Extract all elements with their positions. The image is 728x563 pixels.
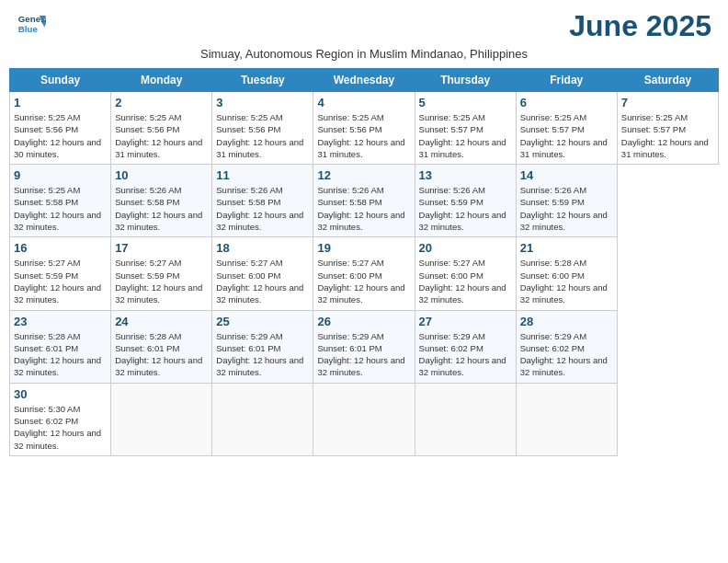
- calendar-cell: 28Sunrise: 5:29 AMSunset: 6:02 PMDayligh…: [516, 310, 617, 383]
- calendar-cell: 11Sunrise: 5:26 AMSunset: 5:58 PMDayligh…: [212, 165, 313, 237]
- svg-text:Blue: Blue: [18, 24, 39, 34]
- calendar-cell: 30Sunrise: 5:30 AMSunset: 6:02 PMDayligh…: [10, 383, 111, 455]
- calendar-cell: 24Sunrise: 5:28 AMSunset: 6:01 PMDayligh…: [111, 310, 212, 383]
- day-info: Sunrise: 5:26 AMSunset: 5:59 PMDaylight:…: [419, 184, 512, 233]
- calendar-cell: 25Sunrise: 5:29 AMSunset: 6:01 PMDayligh…: [212, 310, 313, 383]
- day-number: 27: [419, 315, 512, 328]
- calendar-cell: 10Sunrise: 5:26 AMSunset: 5:58 PMDayligh…: [111, 165, 212, 237]
- subtitle: Simuay, Autonomous Region in Muslim Mind…: [9, 47, 719, 61]
- day-info: Sunrise: 5:27 AMSunset: 6:00 PMDaylight:…: [419, 257, 512, 305]
- calendar-cell: 3Sunrise: 5:25 AMSunset: 5:56 PMDaylight…: [212, 92, 313, 165]
- day-info: Sunrise: 5:29 AMSunset: 6:01 PMDaylight:…: [317, 330, 410, 379]
- calendar-cell: [516, 383, 617, 455]
- calendar-cell: [313, 383, 415, 455]
- logo: General Blue: [17, 9, 46, 39]
- day-number: 5: [419, 96, 512, 109]
- day-info: Sunrise: 5:26 AMSunset: 5:58 PMDaylight:…: [317, 184, 410, 233]
- calendar-cell: [212, 383, 313, 455]
- calendar-cell: 23Sunrise: 5:28 AMSunset: 6:01 PMDayligh…: [10, 310, 111, 383]
- day-info: Sunrise: 5:25 AMSunset: 5:56 PMDaylight:…: [115, 111, 208, 160]
- day-number: 28: [520, 315, 613, 328]
- day-number: 16: [14, 241, 107, 255]
- day-info: Sunrise: 5:25 AMSunset: 5:56 PMDaylight:…: [14, 111, 107, 160]
- header: General Blue June 2025: [9, 9, 719, 43]
- day-info: Sunrise: 5:27 AMSunset: 6:00 PMDaylight:…: [317, 257, 410, 305]
- day-info: Sunrise: 5:30 AMSunset: 6:02 PMDaylight:…: [14, 403, 107, 452]
- day-info: Sunrise: 5:28 AMSunset: 6:00 PMDaylight:…: [520, 257, 613, 305]
- calendar-cell: 5Sunrise: 5:25 AMSunset: 5:57 PMDaylight…: [415, 92, 516, 165]
- day-number: 4: [317, 96, 410, 109]
- day-info: Sunrise: 5:29 AMSunset: 6:02 PMDaylight:…: [520, 330, 613, 379]
- calendar-cell: 20Sunrise: 5:27 AMSunset: 6:00 PMDayligh…: [415, 237, 516, 310]
- day-number: 26: [317, 315, 410, 328]
- day-info: Sunrise: 5:26 AMSunset: 5:59 PMDaylight:…: [520, 184, 613, 233]
- day-number: 9: [14, 168, 107, 182]
- weekday-header-thursday: Thursday: [415, 69, 516, 92]
- day-info: Sunrise: 5:27 AMSunset: 6:00 PMDaylight:…: [216, 257, 309, 305]
- day-info: Sunrise: 5:26 AMSunset: 5:58 PMDaylight:…: [115, 184, 208, 233]
- day-number: 13: [419, 168, 512, 182]
- calendar-cell: [111, 383, 212, 455]
- calendar-cell: 1Sunrise: 5:25 AMSunset: 5:56 PMDaylight…: [10, 92, 111, 165]
- day-number: 23: [14, 315, 107, 328]
- day-info: Sunrise: 5:28 AMSunset: 6:01 PMDaylight:…: [115, 330, 208, 379]
- day-number: 6: [520, 96, 613, 109]
- calendar-cell: 26Sunrise: 5:29 AMSunset: 6:01 PMDayligh…: [313, 310, 415, 383]
- calendar-cell: 9Sunrise: 5:25 AMSunset: 5:58 PMDaylight…: [10, 165, 111, 237]
- day-number: 25: [216, 315, 309, 328]
- day-info: Sunrise: 5:28 AMSunset: 6:01 PMDaylight:…: [14, 330, 107, 379]
- weekday-header-saturday: Saturday: [617, 69, 718, 92]
- day-info: Sunrise: 5:29 AMSunset: 6:02 PMDaylight:…: [419, 330, 512, 379]
- day-number: 14: [520, 168, 613, 182]
- logo-icon: General Blue: [17, 9, 46, 39]
- calendar-cell: 2Sunrise: 5:25 AMSunset: 5:56 PMDaylight…: [111, 92, 212, 165]
- day-info: Sunrise: 5:25 AMSunset: 5:58 PMDaylight:…: [14, 184, 107, 233]
- calendar-cell: 4Sunrise: 5:25 AMSunset: 5:56 PMDaylight…: [313, 92, 415, 165]
- day-number: 3: [216, 96, 309, 109]
- day-number: 30: [14, 387, 107, 401]
- day-number: 12: [317, 168, 410, 182]
- weekday-header-monday: Monday: [111, 69, 212, 92]
- day-number: 20: [419, 241, 512, 255]
- calendar-cell: 21Sunrise: 5:28 AMSunset: 6:00 PMDayligh…: [516, 237, 617, 310]
- day-number: 24: [115, 315, 208, 328]
- day-number: 2: [115, 96, 208, 109]
- calendar-cell: 16Sunrise: 5:27 AMSunset: 5:59 PMDayligh…: [10, 237, 111, 310]
- day-info: Sunrise: 5:25 AMSunset: 5:57 PMDaylight:…: [520, 111, 613, 160]
- calendar: SundayMondayTuesdayWednesdayThursdayFrid…: [9, 68, 719, 456]
- calendar-cell: 6Sunrise: 5:25 AMSunset: 5:57 PMDaylight…: [516, 92, 617, 165]
- day-number: 10: [115, 168, 208, 182]
- month-title: June 2025: [569, 9, 711, 43]
- day-info: Sunrise: 5:29 AMSunset: 6:01 PMDaylight:…: [216, 330, 309, 379]
- weekday-header-wednesday: Wednesday: [313, 69, 415, 92]
- day-info: Sunrise: 5:27 AMSunset: 5:59 PMDaylight:…: [115, 257, 208, 305]
- calendar-cell: 13Sunrise: 5:26 AMSunset: 5:59 PMDayligh…: [415, 165, 516, 237]
- calendar-cell: 14Sunrise: 5:26 AMSunset: 5:59 PMDayligh…: [516, 165, 617, 237]
- day-info: Sunrise: 5:25 AMSunset: 5:56 PMDaylight:…: [317, 111, 410, 160]
- day-info: Sunrise: 5:25 AMSunset: 5:56 PMDaylight:…: [216, 111, 309, 160]
- weekday-header-tuesday: Tuesday: [212, 69, 313, 92]
- calendar-cell: 18Sunrise: 5:27 AMSunset: 6:00 PMDayligh…: [212, 237, 313, 310]
- day-number: 1: [14, 96, 107, 109]
- day-number: 19: [317, 241, 410, 255]
- calendar-cell: [415, 383, 516, 455]
- day-info: Sunrise: 5:27 AMSunset: 5:59 PMDaylight:…: [14, 257, 107, 305]
- day-number: 21: [520, 241, 613, 255]
- day-number: 17: [115, 241, 208, 255]
- day-info: Sunrise: 5:25 AMSunset: 5:57 PMDaylight:…: [621, 111, 714, 160]
- day-info: Sunrise: 5:25 AMSunset: 5:57 PMDaylight:…: [419, 111, 512, 160]
- day-info: Sunrise: 5:26 AMSunset: 5:58 PMDaylight:…: [216, 184, 309, 233]
- calendar-cell: 7Sunrise: 5:25 AMSunset: 5:57 PMDaylight…: [617, 92, 718, 165]
- calendar-cell: 27Sunrise: 5:29 AMSunset: 6:02 PMDayligh…: [415, 310, 516, 383]
- day-number: 11: [216, 168, 309, 182]
- day-number: 7: [621, 96, 714, 109]
- calendar-cell: 19Sunrise: 5:27 AMSunset: 6:00 PMDayligh…: [313, 237, 415, 310]
- day-number: 18: [216, 241, 309, 255]
- weekday-header-friday: Friday: [516, 69, 617, 92]
- calendar-cell: 17Sunrise: 5:27 AMSunset: 5:59 PMDayligh…: [111, 237, 212, 310]
- calendar-cell: 12Sunrise: 5:26 AMSunset: 5:58 PMDayligh…: [313, 165, 415, 237]
- weekday-header-sunday: Sunday: [10, 69, 111, 92]
